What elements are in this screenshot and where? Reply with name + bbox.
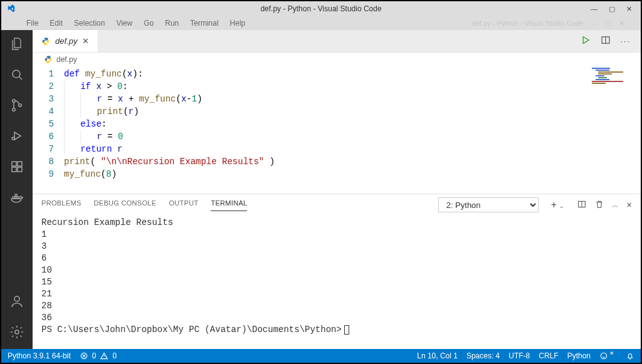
bell-icon[interactable] bbox=[626, 351, 634, 360]
split-terminal-icon[interactable] bbox=[577, 199, 587, 211]
status-python-version[interactable]: Python 3.9.1 64-bit bbox=[8, 351, 71, 360]
panel-tab-problems[interactable]: PROBLEMS bbox=[41, 199, 82, 211]
menu-edit[interactable]: Edit bbox=[50, 19, 63, 28]
vscode-logo-icon bbox=[1, 4, 21, 13]
python-file-icon bbox=[44, 55, 53, 64]
editor-tabs: def.py ✕ ··· bbox=[33, 30, 641, 53]
kill-terminal-icon[interactable] bbox=[594, 199, 604, 211]
svg-rect-5 bbox=[12, 162, 16, 166]
svg-rect-12 bbox=[15, 194, 17, 196]
feedback-icon[interactable]: ✕ bbox=[599, 351, 617, 360]
search-icon[interactable] bbox=[9, 67, 24, 84]
minimap[interactable] bbox=[592, 68, 637, 118]
new-terminal-dropdown-icon[interactable]: ⌄ bbox=[559, 203, 564, 209]
svg-point-3 bbox=[19, 104, 21, 107]
panel-tab-terminal[interactable]: TERMINAL bbox=[211, 199, 247, 211]
new-terminal-icon[interactable]: + bbox=[551, 199, 557, 211]
menu-go[interactable]: Go bbox=[144, 19, 154, 28]
background-window-title: def.py - Python - Visual Studio Code —▢✕ bbox=[472, 16, 624, 30]
svg-point-0 bbox=[13, 70, 20, 78]
menu-terminal[interactable]: Terminal bbox=[190, 19, 218, 28]
svg-rect-7 bbox=[12, 167, 16, 172]
breadcrumb-path: def.py bbox=[56, 55, 77, 64]
split-editor-icon[interactable] bbox=[600, 34, 611, 48]
svg-point-13 bbox=[14, 296, 19, 301]
status-ln-col[interactable]: Ln 10, Col 1 bbox=[417, 351, 458, 360]
menu-help[interactable]: Help bbox=[230, 19, 246, 28]
extensions-icon[interactable] bbox=[9, 159, 24, 176]
status-warnings-count: 0 bbox=[112, 351, 117, 360]
panel-tab-debug-console[interactable]: DEBUG CONSOLE bbox=[94, 199, 157, 211]
status-spaces[interactable]: Spaces: 4 bbox=[466, 351, 500, 360]
status-problems[interactable]: 0 0 bbox=[80, 351, 117, 360]
menu-selection[interactable]: Selection bbox=[74, 19, 105, 28]
svg-point-4 bbox=[12, 137, 14, 140]
status-eol[interactable]: CRLF bbox=[539, 351, 558, 360]
svg-rect-8 bbox=[18, 167, 22, 172]
close-panel-icon[interactable]: ✕ bbox=[626, 201, 632, 209]
status-bar: Python 3.9.1 64-bit 0 0 Ln 10, Col 1 Spa… bbox=[1, 349, 641, 363]
window-title: def.py - Python - Visual Studio Code bbox=[1, 4, 641, 13]
menu-bar: File Edit Selection View Go Run Terminal… bbox=[1, 16, 641, 30]
gear-icon[interactable] bbox=[9, 325, 24, 341]
terminal-selector[interactable]: 2: Python bbox=[438, 197, 539, 212]
code-editor[interactable]: 123456789 def my_func(x): if x > 0: r = … bbox=[33, 66, 641, 194]
breadcrumb[interactable]: def.py bbox=[33, 53, 641, 66]
svg-rect-6 bbox=[18, 162, 22, 166]
tab-close-icon[interactable]: ✕ bbox=[82, 36, 89, 46]
tab-label: def.py bbox=[55, 36, 77, 46]
status-errors-count: 0 bbox=[92, 351, 97, 360]
svg-point-1 bbox=[13, 100, 15, 102]
files-icon[interactable] bbox=[9, 36, 24, 53]
svg-point-14 bbox=[15, 330, 19, 334]
account-icon[interactable] bbox=[9, 294, 24, 311]
maximize-panel-icon[interactable]: ︿ bbox=[612, 200, 619, 210]
code-content[interactable]: def my_func(x): if x > 0: r = x + my_fun… bbox=[64, 66, 641, 194]
menu-view[interactable]: View bbox=[116, 19, 132, 28]
menu-file[interactable]: File bbox=[26, 19, 38, 28]
status-encoding[interactable]: UTF-8 bbox=[508, 351, 530, 360]
run-button[interactable] bbox=[580, 34, 591, 48]
activity-bar bbox=[1, 30, 33, 349]
python-file-icon bbox=[41, 37, 50, 46]
terminal-output[interactable]: Recursion Example Results1361015212836PS… bbox=[33, 216, 641, 349]
bottom-panel: PROBLEMS DEBUG CONSOLE OUTPUT TERMINAL 2… bbox=[33, 194, 641, 349]
more-actions-icon[interactable]: ··· bbox=[620, 36, 631, 46]
source-control-icon[interactable] bbox=[9, 98, 24, 115]
svg-point-18 bbox=[601, 353, 606, 358]
status-language[interactable]: Python bbox=[567, 351, 591, 360]
window-minimize-icon[interactable]: — bbox=[591, 5, 597, 13]
debug-icon[interactable] bbox=[9, 128, 24, 145]
window-close-icon[interactable]: ✕ bbox=[626, 5, 632, 13]
tab-def-py[interactable]: def.py ✕ bbox=[33, 30, 98, 52]
menu-run[interactable]: Run bbox=[165, 19, 179, 28]
window-maximize-icon[interactable]: ▢ bbox=[609, 5, 615, 13]
docker-icon[interactable] bbox=[9, 190, 24, 207]
panel-tab-output[interactable]: OUTPUT bbox=[169, 199, 198, 211]
svg-point-2 bbox=[13, 108, 15, 111]
title-bar: def.py - Python - Visual Studio Code — ▢… bbox=[1, 1, 641, 16]
line-gutter: 123456789 bbox=[33, 66, 64, 194]
